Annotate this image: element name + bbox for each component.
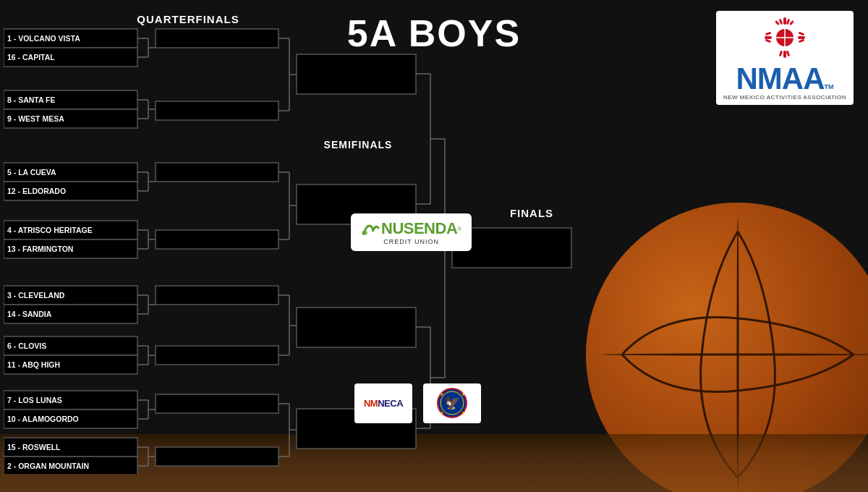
nmaa-subtitle: NEW MEXICO ACTIVITIES ASSOCIATION [723, 94, 846, 101]
sponsors-row: NMNECA 🦅 ★ ★ ★ ★ [354, 383, 481, 423]
svg-rect-10 [765, 31, 772, 35]
svg-text:9 - WEST MESA: 9 - WEST MESA [7, 114, 64, 123]
nmaa-text: NMAA [736, 64, 825, 94]
nusenda-subtitle: CREDIT UNION [383, 238, 439, 245]
svg-rect-9 [765, 36, 772, 39]
svg-text:7 - LOS LUNAS: 7 - LOS LUNAS [7, 396, 62, 404]
svg-point-126 [362, 231, 367, 235]
svg-rect-5 [789, 20, 794, 25]
nm-state-logo: 🦅 ★ ★ ★ ★ [423, 383, 481, 423]
svg-rect-14 [799, 38, 805, 43]
svg-text:2 - ORGAN MOUNTAIN: 2 - ORGAN MOUNTAIN [7, 462, 89, 470]
svg-rect-91 [156, 447, 278, 466]
svg-rect-108 [297, 54, 416, 94]
svg-text:4 - ATRISCO HERITAGE: 4 - ATRISCO HERITAGE [7, 226, 93, 234]
svg-text:15 - ROSWELL: 15 - ROSWELL [7, 443, 61, 451]
svg-text:11 - ABQ HIGH: 11 - ABQ HIGH [7, 360, 60, 369]
svg-text:FINALS: FINALS [510, 207, 553, 219]
svg-text:QUARTERFINALS: QUARTERFINALS [137, 13, 239, 25]
svg-rect-85 [156, 101, 278, 120]
svg-rect-89 [156, 346, 278, 365]
svg-text:6 - CLOVIS: 6 - CLOVIS [7, 342, 46, 350]
title-area: 5A BOYS [347, 14, 521, 52]
svg-rect-13 [799, 31, 805, 35]
nusenda-sponsor: NUSENDA ® CREDIT UNION [351, 213, 472, 251]
svg-text:3 - CLEVELAND: 3 - CLEVELAND [7, 291, 65, 300]
svg-rect-7 [779, 50, 783, 56]
svg-rect-88 [156, 286, 278, 305]
svg-text:1 - VOLCANO VISTA: 1 - VOLCANO VISTA [7, 34, 80, 43]
svg-text:🦅: 🦅 [444, 395, 461, 411]
svg-text:10 - ALAMOGORDO: 10 - ALAMOGORDO [7, 415, 79, 423]
main-title: 5A BOYS [347, 14, 521, 52]
svg-text:★: ★ [461, 392, 465, 396]
svg-rect-11 [765, 38, 772, 43]
svg-rect-84 [156, 29, 278, 48]
svg-text:16 - CAPITAL: 16 - CAPITAL [7, 53, 55, 62]
svg-rect-8 [786, 50, 791, 56]
svg-text:5 - LA CUEVA: 5 - LA CUEVA [7, 168, 56, 177]
svg-rect-86 [156, 163, 278, 182]
svg-rect-6 [783, 51, 786, 58]
svg-rect-12 [798, 36, 805, 39]
svg-text:12 - ELDORADO: 12 - ELDORADO [7, 187, 66, 195]
svg-rect-2 [779, 18, 783, 25]
svg-rect-110 [297, 308, 416, 347]
svg-text:★: ★ [440, 411, 443, 415]
svg-rect-87 [156, 230, 278, 249]
svg-text:★: ★ [440, 392, 443, 396]
bracket-container: QUARTERFINALS SEMIFINALS FINALS 1 - VOLC… [4, 7, 626, 474]
svg-rect-4 [775, 20, 780, 25]
nusenda-name: NUSENDA [381, 219, 457, 238]
svg-text:14 - SANDIA: 14 - SANDIA [7, 310, 52, 318]
nmaa-logo: NMAA TM NEW MEXICO ACTIVITIES ASSOCIATIO… [716, 11, 854, 105]
svg-rect-90 [156, 394, 278, 413]
svg-text:SEMIFINALS: SEMIFINALS [324, 139, 393, 150]
svg-text:★: ★ [461, 411, 465, 415]
svg-rect-3 [786, 18, 791, 25]
svg-text:8 - SANTA FE: 8 - SANTA FE [7, 96, 56, 104]
nmaa-tm: TM [824, 83, 833, 90]
svg-text:13 - FARMINGTON: 13 - FARMINGTON [7, 245, 73, 253]
svg-rect-1 [783, 17, 786, 25]
nmneca-logo: NMNECA [354, 383, 412, 423]
